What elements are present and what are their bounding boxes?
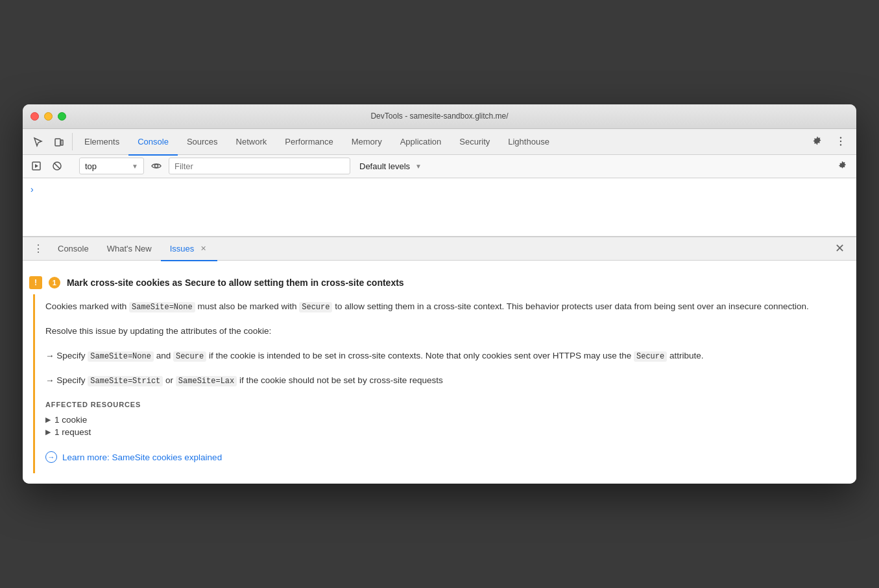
- titlebar: DevTools - samesite-sandbox.glitch.me/: [23, 104, 856, 129]
- tab-network[interactable]: Network: [227, 130, 276, 156]
- window-title: DevTools - samesite-sandbox.glitch.me/: [370, 112, 508, 121]
- bottom-panel: ⋮ Console What's New Issues ✕ ✕ ▼ ! 1: [23, 237, 856, 484]
- issue-description-2: Resolve this issue by updating the attri…: [45, 324, 841, 338]
- context-dropdown-arrow: ▼: [132, 163, 138, 170]
- device-toolbar-button[interactable]: [49, 129, 69, 155]
- filter-input[interactable]: [169, 158, 350, 174]
- resource-arrow-2: ▶: [45, 428, 51, 436]
- code-samesite-strict: SameSite=Strict: [88, 376, 163, 386]
- eye-button[interactable]: [148, 158, 165, 174]
- right-icons: [807, 129, 851, 154]
- console-output: ›: [23, 178, 856, 237]
- tab-sources[interactable]: Sources: [178, 130, 227, 156]
- settings-button[interactable]: [807, 128, 828, 154]
- tab-whats-new[interactable]: What's New: [98, 238, 161, 261]
- svg-line-8: [54, 163, 60, 169]
- play-button[interactable]: [28, 158, 45, 174]
- issues-content: ▼ ! 1 Mark cross-site cookies as Secure …: [23, 261, 856, 484]
- resource-cookie[interactable]: ▶ 1 cookie: [45, 414, 841, 426]
- close-button[interactable]: [30, 112, 39, 121]
- learn-more-text: Learn more: SameSite cookies explained: [62, 453, 222, 462]
- learn-more-icon: →: [45, 451, 57, 463]
- issues-tab-close[interactable]: ✕: [198, 244, 208, 254]
- learn-more-link[interactable]: → Learn more: SameSite cookies explained: [45, 451, 841, 463]
- issue-warning-icon: !: [29, 276, 42, 289]
- more-options-button[interactable]: [830, 128, 851, 154]
- console-toolbar: top ▼ Default levels ▼: [23, 155, 856, 178]
- tab-console-panel[interactable]: Console: [49, 238, 98, 261]
- maximize-button[interactable]: [58, 112, 66, 121]
- levels-dropdown-arrow: ▼: [415, 163, 422, 170]
- tab-memory[interactable]: Memory: [343, 130, 391, 156]
- svg-point-4: [840, 145, 841, 146]
- code-secure-2: Secure: [173, 351, 206, 362]
- devtools-tabs-bar: Elements Console Sources Network Perform…: [23, 129, 856, 155]
- traffic-lights: [30, 112, 66, 121]
- levels-selector[interactable]: Default levels ▼: [354, 158, 427, 174]
- resource-cookie-label: 1 cookie: [54, 415, 87, 425]
- inspect-element-button[interactable]: [28, 129, 49, 155]
- tab-issues[interactable]: Issues ✕: [161, 238, 218, 261]
- tab-lighthouse[interactable]: Lighthouse: [499, 130, 559, 156]
- issue-details: Cookies marked with SameSite=None must a…: [33, 294, 856, 473]
- devtools-window: DevTools - samesite-sandbox.glitch.me/ E…: [23, 104, 856, 484]
- issue-description-1: Cookies marked with SameSite=None must a…: [45, 300, 841, 314]
- tab-security[interactable]: Security: [450, 130, 499, 156]
- tab-performance[interactable]: Performance: [276, 130, 342, 156]
- tab-application[interactable]: Application: [391, 130, 451, 156]
- svg-marker-6: [35, 164, 38, 168]
- separator: [72, 133, 73, 150]
- resource-request-label: 1 request: [54, 427, 91, 437]
- toolbar-right: [834, 158, 851, 174]
- console-caret[interactable]: ›: [30, 184, 34, 194]
- context-selector[interactable]: top ▼: [79, 158, 144, 174]
- issue-fix-2: → Specify SameSite=Strict or SameSite=La…: [45, 373, 841, 388]
- svg-point-3: [840, 141, 841, 142]
- issue-title: Mark cross-site cookies as Secure to all…: [67, 277, 404, 288]
- resource-request[interactable]: ▶ 1 request: [45, 426, 841, 438]
- affected-label: AFFECTED RESOURCES: [45, 401, 841, 408]
- code-samesite-none-1: SameSite=None: [129, 302, 195, 312]
- issue-fix-1: → Specify SameSite=None and Secure if th…: [45, 349, 841, 363]
- tab-console[interactable]: Console: [128, 130, 178, 156]
- svg-rect-1: [61, 140, 63, 145]
- issue-group: ▼ ! 1 Mark cross-site cookies as Secure …: [23, 271, 856, 473]
- resource-arrow-1: ▶: [45, 416, 51, 424]
- tab-elements[interactable]: Elements: [75, 130, 128, 156]
- svg-point-2: [840, 137, 841, 139]
- code-samesite-none-2: SameSite=None: [88, 351, 154, 362]
- issue-count-badge: 1: [49, 277, 60, 288]
- bottom-panel-close-button[interactable]: ✕: [828, 237, 851, 260]
- clear-button[interactable]: [49, 158, 66, 174]
- code-secure-3: Secure: [634, 351, 667, 362]
- minimize-button[interactable]: [44, 112, 53, 121]
- issue-header[interactable]: ▼ ! 1 Mark cross-site cookies as Secure …: [23, 271, 856, 294]
- affected-resources: AFFECTED RESOURCES ▶ 1 cookie ▶ 1 reques…: [45, 401, 841, 438]
- toolbar-settings-button[interactable]: [834, 158, 851, 174]
- issue-body: Cookies marked with SameSite=None must a…: [35, 294, 856, 473]
- bottom-tabs-bar: ⋮ Console What's New Issues ✕ ✕: [23, 237, 856, 261]
- svg-point-9: [155, 165, 158, 168]
- code-samesite-lax: SameSite=Lax: [176, 376, 237, 386]
- svg-rect-0: [55, 139, 60, 146]
- code-secure-1: Secure: [299, 302, 332, 312]
- bottom-panel-menu[interactable]: ⋮: [28, 237, 49, 260]
